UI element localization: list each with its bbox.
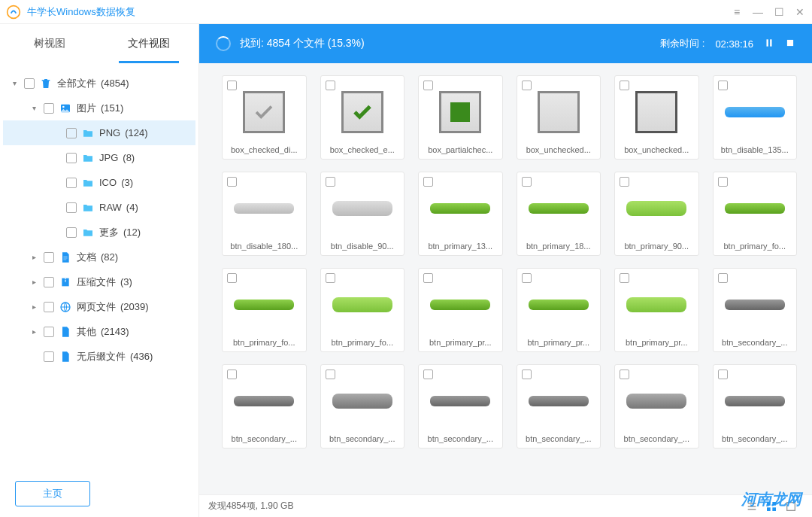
file-card[interactable]: box_unchecked... — [517, 75, 601, 160]
checkbox[interactable] — [44, 351, 54, 362]
close-icon[interactable]: ✕ — [794, 6, 806, 18]
chevron-right-icon[interactable]: ▸ — [29, 278, 39, 286]
tree-noext[interactable]: 无后缀文件 (436) — [3, 344, 195, 369]
tree-images[interactable]: ▾ 图片 (151) — [3, 96, 195, 120]
file-card[interactable]: btn_primary_pr... — [614, 268, 699, 352]
file-card[interactable]: btn_disable_180... — [222, 172, 307, 256]
file-card[interactable]: btn_secondary_... — [713, 364, 798, 449]
file-card[interactable]: box_checked_e... — [320, 75, 405, 160]
minimize-icon[interactable]: — — [752, 6, 764, 18]
checkbox[interactable] — [718, 370, 728, 379]
file-card[interactable]: btn_primary_90... — [614, 172, 699, 256]
checkbox[interactable] — [44, 252, 54, 263]
tab-file-view[interactable]: 文件视图 — [99, 24, 198, 63]
checkbox[interactable] — [423, 370, 433, 379]
checkbox[interactable] — [44, 327, 54, 337]
checkbox[interactable] — [423, 81, 433, 90]
file-name: box_unchecked... — [615, 142, 698, 159]
tree-label: 压缩文件 — [77, 275, 116, 289]
checkbox[interactable] — [620, 273, 629, 283]
menu-icon[interactable]: ≡ — [731, 6, 743, 18]
checkbox[interactable] — [227, 177, 237, 187]
svg-point-0 — [8, 5, 20, 18]
file-card[interactable]: btn_secondary_... — [418, 364, 503, 449]
file-name: btn_primary_pr... — [517, 335, 601, 351]
file-card[interactable]: btn_primary_fo... — [713, 172, 798, 256]
checkbox[interactable] — [423, 273, 433, 283]
chevron-down-icon[interactable]: ▾ — [29, 104, 39, 112]
checkbox[interactable] — [522, 81, 532, 90]
file-card[interactable]: btn_disable_135... — [713, 75, 798, 160]
file-card[interactable]: btn_secondary_... — [222, 364, 307, 449]
checkbox[interactable] — [227, 273, 237, 283]
pause-icon[interactable] — [764, 38, 774, 50]
file-card[interactable]: btn_primary_13... — [418, 172, 503, 256]
checkbox[interactable] — [522, 370, 532, 379]
checkbox[interactable] — [66, 227, 77, 238]
file-card[interactable]: box_unchecked... — [614, 75, 699, 160]
tree-all-files[interactable]: ▾ 全部文件 (4854) — [3, 71, 195, 96]
checkbox[interactable] — [44, 277, 54, 287]
checkbox[interactable] — [620, 81, 629, 90]
home-button[interactable]: 主页 — [15, 481, 90, 506]
checkbox[interactable] — [423, 177, 433, 187]
tree-web[interactable]: ▸ 网页文件 (2039) — [3, 294, 195, 319]
tree-more[interactable]: 更多 (12) — [3, 220, 195, 245]
file-card[interactable]: btn_primary_pr... — [517, 268, 601, 352]
file-card[interactable]: btn_primary_pr... — [418, 268, 503, 352]
tree-label: 其他 — [77, 325, 96, 339]
file-card[interactable]: btn_primary_fo... — [320, 268, 405, 352]
chevron-right-icon[interactable]: ▸ — [29, 327, 39, 336]
checkbox[interactable] — [326, 177, 335, 187]
checkbox[interactable] — [24, 78, 35, 89]
tree-ico[interactable]: ICO (3) — [3, 170, 195, 195]
checkbox[interactable] — [620, 370, 629, 379]
checkbox[interactable] — [326, 273, 335, 283]
file-card[interactable]: box_partialchec... — [418, 75, 503, 160]
checkbox[interactable] — [66, 153, 77, 163]
tree-other[interactable]: ▸ 其他 (2143) — [3, 319, 195, 344]
checkbox[interactable] — [66, 202, 77, 213]
file-name: btn_secondary_... — [517, 431, 601, 448]
tree-count: (8) — [123, 152, 135, 163]
tree-count: (2143) — [101, 326, 129, 337]
checkbox[interactable] — [718, 177, 728, 187]
chevron-right-icon[interactable]: ▸ — [29, 303, 39, 311]
checkbox[interactable] — [44, 103, 54, 114]
checkbox[interactable] — [718, 273, 728, 283]
file-card[interactable]: btn_disable_90... — [320, 172, 405, 256]
checkbox[interactable] — [326, 81, 335, 90]
tree-zip[interactable]: ▸ 压缩文件 (3) — [3, 269, 195, 294]
file-card[interactable]: btn_secondary_... — [320, 364, 405, 449]
file-icon — [59, 350, 72, 363]
checkbox[interactable] — [620, 177, 629, 187]
checkbox[interactable] — [326, 370, 335, 379]
tree-raw[interactable]: RAW (4) — [3, 195, 195, 220]
checkbox[interactable] — [522, 273, 532, 283]
checkbox[interactable] — [227, 370, 237, 379]
checkbox[interactable] — [66, 128, 77, 138]
checkbox[interactable] — [227, 81, 237, 90]
file-card[interactable]: btn_primary_18... — [517, 172, 601, 256]
checkbox[interactable] — [66, 178, 77, 188]
file-name: btn_primary_fo... — [223, 335, 306, 351]
file-card[interactable]: box_checked_di... — [222, 75, 307, 160]
tree-png[interactable]: PNG (124) — [3, 120, 195, 145]
tree-jpg[interactable]: JPG (8) — [3, 145, 195, 170]
checkbox[interactable] — [718, 81, 728, 90]
file-card[interactable]: btn_secondary_... — [517, 364, 601, 449]
file-card[interactable]: btn_secondary_... — [713, 268, 798, 352]
file-card[interactable]: btn_secondary_... — [614, 364, 699, 449]
tree-count: (3) — [121, 177, 133, 188]
file-card[interactable]: btn_primary_fo... — [222, 268, 307, 352]
maximize-icon[interactable]: ☐ — [773, 6, 785, 18]
checkbox[interactable] — [44, 302, 54, 312]
chevron-down-icon[interactable]: ▾ — [9, 79, 20, 87]
chevron-right-icon[interactable]: ▸ — [29, 253, 39, 261]
tab-tree-view[interactable]: 树视图 — [0, 24, 99, 63]
found-text: 找到: 4854 个文件 (15.3%) — [240, 37, 365, 50]
tree-label: 网页文件 — [77, 300, 116, 314]
tree-docs[interactable]: ▸ 文档 (82) — [3, 245, 195, 269]
checkbox[interactable] — [522, 177, 532, 187]
stop-icon[interactable] — [785, 38, 795, 50]
